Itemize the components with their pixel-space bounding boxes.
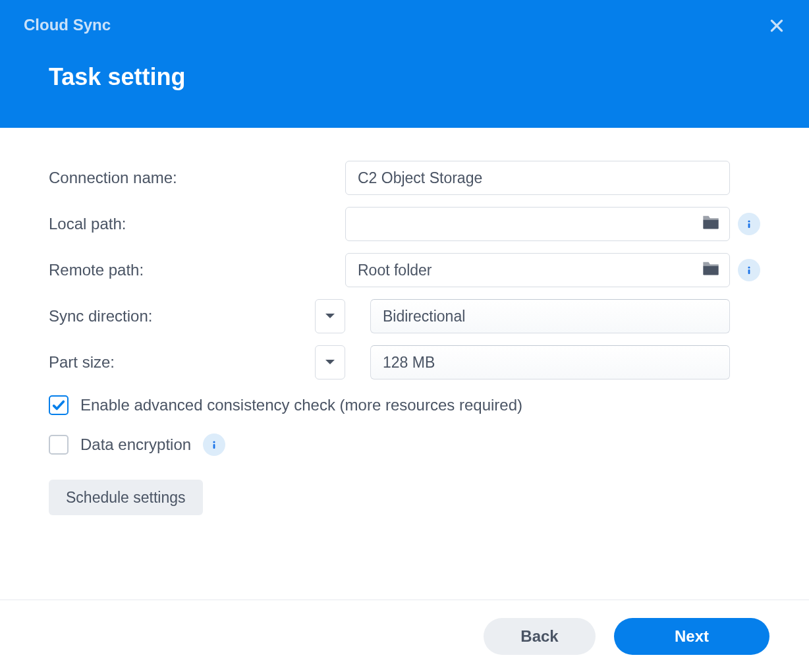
chevron-down-icon [325, 313, 335, 320]
dialog-header: Cloud Sync Task setting [0, 0, 809, 128]
svg-rect-5 [748, 269, 750, 274]
row-data-encryption: Data encryption [49, 434, 760, 456]
folder-icon [702, 214, 720, 234]
local-path-label: Local path: [49, 215, 286, 233]
info-icon [744, 219, 754, 229]
sync-direction-label: Sync direction: [49, 307, 286, 325]
dialog-footer: Back Next [0, 600, 809, 672]
row-consistency-check: Enable advanced consistency check (more … [49, 395, 760, 415]
svg-point-6 [213, 441, 215, 443]
local-path-picker[interactable] [345, 207, 730, 241]
sync-direction-dropdown-toggle[interactable] [315, 299, 345, 333]
part-size-dropdown-toggle[interactable] [315, 345, 345, 379]
row-sync-direction: Sync direction: Bidirectional [49, 299, 760, 333]
schedule-settings-button[interactable]: Schedule settings [49, 480, 203, 515]
close-button[interactable] [768, 17, 785, 34]
svg-rect-7 [213, 444, 215, 449]
folder-icon [702, 260, 720, 280]
sync-direction-value[interactable]: Bidirectional [370, 299, 730, 333]
app-title: Cloud Sync [24, 16, 785, 34]
remote-path-picker[interactable]: Root folder [345, 253, 730, 287]
check-icon [51, 398, 66, 412]
encryption-checkbox[interactable] [49, 435, 69, 455]
consistency-label: Enable advanced consistency check (more … [80, 396, 522, 414]
svg-point-2 [748, 220, 750, 222]
close-icon [768, 17, 785, 34]
row-local-path: Local path: [49, 207, 760, 241]
back-button[interactable]: Back [484, 618, 596, 655]
remote-path-label: Remote path: [49, 261, 286, 279]
consistency-checkbox[interactable] [49, 395, 69, 415]
row-part-size: Part size: 128 MB [49, 345, 760, 379]
page-title: Task setting [49, 63, 785, 91]
info-icon [744, 265, 754, 275]
encryption-label: Data encryption [80, 435, 191, 454]
part-size-label: Part size: [49, 353, 286, 372]
part-size-value[interactable]: 128 MB [370, 345, 730, 379]
local-path-info[interactable] [738, 213, 760, 235]
row-remote-path: Remote path: Root folder [49, 253, 760, 287]
connection-name-input[interactable] [345, 161, 730, 195]
next-button[interactable]: Next [614, 618, 769, 655]
svg-point-4 [748, 266, 750, 268]
encryption-info[interactable] [203, 434, 225, 456]
remote-path-info[interactable] [738, 259, 760, 281]
dialog-content: Connection name: Local path: Remote path… [0, 128, 809, 528]
connection-name-label: Connection name: [49, 169, 286, 187]
svg-rect-3 [748, 223, 750, 228]
row-connection-name: Connection name: [49, 161, 760, 195]
remote-path-value: Root folder [358, 262, 702, 279]
info-icon [209, 439, 219, 450]
chevron-down-icon [325, 359, 335, 366]
